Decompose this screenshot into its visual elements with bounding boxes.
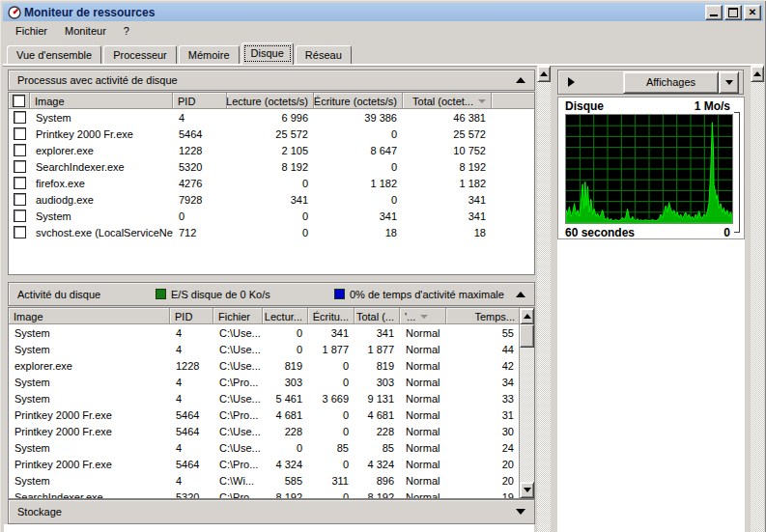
minimize-button[interactable] [705, 5, 723, 20]
collapse-pane-button[interactable] [562, 73, 580, 91]
tab-processeur[interactable]: Processeur [103, 45, 177, 64]
cell-file: C:\Wi... [213, 475, 263, 487]
tab-r-seau[interactable]: Réseau [296, 45, 352, 64]
disk-activity-row[interactable]: Printkey 2000 Fr.exe5464C:\Pro...4 68104… [9, 406, 520, 423]
cell-total: 1 182 [403, 178, 492, 189]
section-header-disk-activity[interactable]: Activité du disque E/S disque de 0 Ko/s … [8, 282, 535, 306]
cell-priority: Normal [400, 442, 446, 454]
process-row[interactable]: System00341341 [9, 208, 534, 224]
row-checkbox[interactable] [14, 177, 26, 189]
disk-activity-row[interactable]: System4C:\Use...5 4613 6699 131Normal33 [9, 390, 520, 406]
process-row[interactable]: audiodg.exe79283410341 [9, 191, 534, 208]
disk-activity-row[interactable]: System4C:\Pro...3030303Normal34 [9, 374, 520, 390]
collapse-icon[interactable] [516, 292, 525, 297]
close-button[interactable]: ✕ [744, 5, 761, 20]
app-icon [8, 6, 21, 19]
tab-vue-d-ensemble[interactable]: Vue d'ensemble [7, 45, 101, 64]
disk-io-swatch [156, 289, 166, 299]
active-time-swatch [334, 289, 345, 299]
cell-priority: Normal [400, 393, 446, 405]
section-header-processes[interactable]: Processus avec activité de disque [8, 70, 535, 91]
cell-image: explorer.exe [30, 145, 173, 156]
row-checkbox[interactable] [14, 193, 26, 206]
disk-activity-row[interactable]: Printkey 2000 Fr.exe5464C:\Use...2280228… [9, 423, 520, 439]
col-header-image[interactable]: Image [30, 93, 173, 108]
scroll-track[interactable] [520, 348, 534, 482]
col-header-total[interactable]: Total (... [355, 308, 400, 323]
cell-response-time: 44 [446, 344, 520, 355]
process-row[interactable]: Printkey 2000 Fr.exe546425 572025 572 [9, 126, 534, 142]
legend-disk-io: E/S disque de 0 Ko/s [156, 289, 270, 300]
col-header-file[interactable]: Fichier [213, 308, 263, 323]
scroll-up-button[interactable] [751, 66, 764, 82]
scroll-thumb[interactable] [520, 324, 534, 348]
cell-total: 1 877 [355, 344, 400, 355]
col-header-read[interactable]: Lectur... [263, 308, 308, 323]
cell-read: 303 [263, 377, 308, 388]
process-row[interactable]: SearchIndexer.exe53208 19208 192 [9, 158, 534, 175]
disk-activity-row[interactable]: SearchIndexer.exe5320C:\Pro...8 19208 19… [9, 489, 520, 498]
section-header-storage[interactable]: Stockage [8, 499, 535, 524]
row-checkbox[interactable] [14, 144, 26, 156]
scroll-down-button[interactable] [520, 482, 534, 498]
maximize-button[interactable] [724, 5, 742, 20]
row-checkbox[interactable] [14, 210, 26, 222]
cell-total: 10 752 [403, 145, 492, 156]
disk-activity-row[interactable]: System4C:\Use...0341341Normal55 [9, 324, 520, 341]
menu-fichier[interactable]: Fichier [7, 22, 56, 40]
cell-response-time: 42 [446, 360, 520, 372]
tab-m-moire[interactable]: Mémoire [179, 45, 240, 64]
close-icon: ✕ [749, 8, 756, 17]
select-all-checkbox[interactable] [13, 95, 25, 107]
disk-activity-row[interactable]: Printkey 2000 Fr.exe5464C:\Pro...4 32404… [9, 456, 520, 472]
col-header-image[interactable]: Image [9, 308, 170, 323]
col-header-write[interactable]: Écriture (octets/s) [314, 93, 403, 108]
col-header-total[interactable]: Total (octet... [403, 93, 492, 108]
col-header-pid[interactable]: PID [173, 93, 227, 108]
expand-icon[interactable] [516, 509, 525, 515]
col-header-response-time[interactable]: Temps... [446, 308, 520, 323]
row-checkbox[interactable] [14, 111, 26, 124]
row-checkbox[interactable] [14, 226, 26, 238]
scroll-up-button[interactable] [520, 308, 534, 324]
cell-write: 0 [308, 409, 355, 421]
menu-help[interactable]: ? [115, 22, 138, 40]
cell-pid: 4 [170, 475, 213, 487]
scroll-up-button[interactable] [537, 66, 551, 82]
process-row[interactable]: explorer.exe12282 1058 64710 752 [9, 142, 534, 158]
cell-file: C:\Use... [213, 393, 263, 405]
cell-image: System [9, 393, 170, 405]
process-row[interactable]: firefox.exe427601 1821 182 [9, 175, 534, 191]
process-row[interactable]: svchost.exe (LocalServiceNetwo...7120181… [9, 224, 534, 240]
cell-total: 228 [355, 426, 400, 437]
scroll-track[interactable] [751, 82, 764, 532]
row-checkbox-cell [9, 127, 30, 140]
cell-image: Printkey 2000 Fr.exe [30, 128, 173, 140]
disk-activity-row[interactable]: System4C:\Use...01 8771 877Normal44 [9, 341, 520, 357]
disk-activity-row[interactable]: System4C:\Use...08585Normal24 [9, 439, 520, 456]
col-header-write[interactable]: Écritu... [308, 308, 355, 323]
menu-moniteur[interactable]: Moniteur [56, 22, 115, 40]
col-header-priority[interactable]: '... [400, 308, 446, 323]
title-bar[interactable]: Moniteur de ressources ✕ [3, 3, 763, 21]
col-header-read[interactable]: Lecture (octets/s) [227, 93, 314, 108]
row-checkbox[interactable] [14, 127, 26, 140]
col-header-pid[interactable]: PID [170, 308, 213, 323]
cell-read: 0 [227, 227, 314, 238]
disk-activity-row[interactable]: System4C:\Wi...585311896Normal20 [9, 472, 520, 489]
row-checkbox[interactable] [14, 160, 26, 173]
row-checkbox-cell [9, 160, 30, 173]
scroll-track[interactable] [537, 82, 551, 532]
col-header-filler [492, 93, 534, 108]
tab-disque[interactable]: Disque [241, 42, 294, 65]
views-dropdown-button[interactable] [719, 71, 739, 94]
collapse-icon[interactable] [516, 77, 525, 83]
disk-activity-row[interactable]: explorer.exe1228C:\Use...8190819Normal42 [9, 357, 520, 374]
process-row[interactable]: System46 99639 38646 381 [9, 109, 534, 126]
cell-write: 1 182 [314, 178, 403, 189]
cell-pid: 712 [173, 227, 227, 238]
cell-total: 303 [355, 377, 400, 388]
cell-image: SearchIndexer.exe [9, 491, 170, 499]
views-button[interactable]: Affichages [623, 71, 719, 94]
cell-write: 0 [308, 426, 355, 437]
